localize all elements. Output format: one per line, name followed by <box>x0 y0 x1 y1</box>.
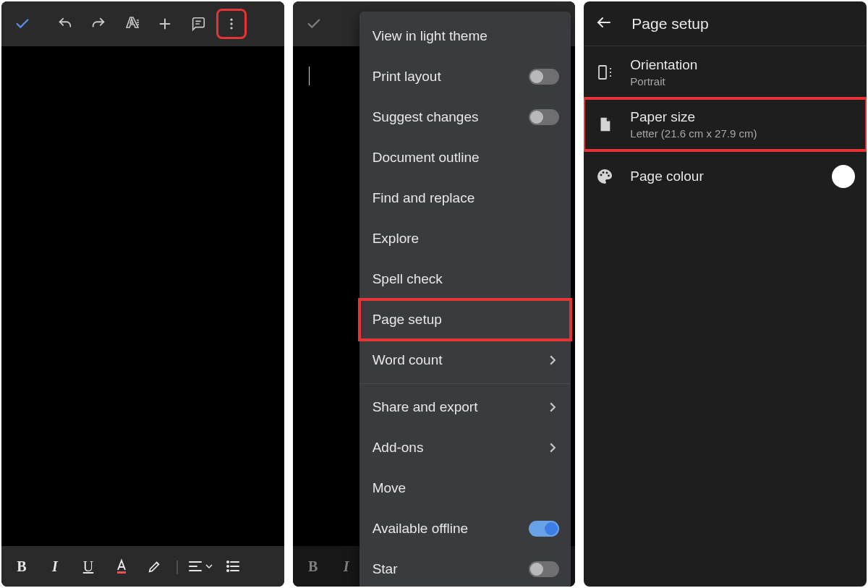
menu-label: Move <box>373 480 560 496</box>
row-page-colour[interactable]: Page colour <box>584 150 867 203</box>
chevron-right-icon <box>546 402 559 412</box>
colour-swatch[interactable] <box>832 165 855 188</box>
chevron-right-icon <box>546 355 559 365</box>
document-area[interactable] <box>1 46 284 546</box>
menu-label: Share and export <box>373 399 547 415</box>
paper-size-value: Letter (21.6 cm x 27.9 cm) <box>630 127 855 140</box>
row-text: Paper size Letter (21.6 cm x 27.9 cm) <box>630 109 855 140</box>
menu-view-light-theme[interactable]: View in light theme <box>359 16 571 56</box>
checkmark-icon[interactable] <box>9 10 36 38</box>
plus-icon[interactable] <box>151 10 179 38</box>
toggle-off[interactable] <box>529 69 559 85</box>
menu-page-setup[interactable]: Page setup <box>359 299 571 340</box>
svg-point-8 <box>230 22 232 25</box>
menu-label: Explore <box>373 231 560 247</box>
menu-label: Print layout <box>373 69 529 85</box>
menu-label: Find and replace <box>373 190 560 206</box>
menu-suggest-changes[interactable]: Suggest changes <box>359 97 571 137</box>
svg-point-7 <box>230 19 232 21</box>
toggle-off[interactable] <box>529 561 559 577</box>
text-color-icon[interactable] <box>107 552 136 581</box>
menu-label: View in light theme <box>373 28 560 44</box>
svg-point-20 <box>227 570 229 571</box>
top-toolbar <box>1 1 284 46</box>
text-cursor <box>309 67 310 85</box>
toggle-off[interactable] <box>529 109 559 125</box>
comment-icon[interactable] <box>184 10 212 38</box>
align-icon[interactable] <box>185 552 214 581</box>
menu-label: Word count <box>373 352 547 368</box>
menu-document-outline[interactable]: Document outline <box>359 137 571 178</box>
format-toolbar: B I U | <box>1 546 284 587</box>
svg-point-29 <box>603 171 605 174</box>
panel-page-setup: Page setup Orientation Portrait Paper si… <box>584 1 867 587</box>
page-colour-label: Page colour <box>630 169 816 184</box>
italic-icon[interactable]: I <box>41 552 69 581</box>
menu-label: Document outline <box>373 150 560 166</box>
italic-icon: I <box>332 552 361 581</box>
menu-add-ons[interactable]: Add-ons <box>359 427 571 468</box>
svg-point-31 <box>608 175 610 177</box>
page-icon <box>595 116 614 132</box>
panel-menu-open: B I U A ✎ | ≡ ≣ View in light theme Prin… <box>293 1 576 587</box>
menu-word-count[interactable]: Word count <box>359 340 571 380</box>
panel-editor: B I U | <box>1 1 284 587</box>
row-text: Page colour <box>630 169 816 184</box>
paper-size-label: Paper size <box>630 109 855 125</box>
svg-point-28 <box>600 174 603 176</box>
menu-move[interactable]: Move <box>359 468 571 508</box>
svg-rect-11 <box>117 571 126 574</box>
page-title: Page setup <box>631 15 708 33</box>
underline-icon[interactable]: U <box>74 552 103 581</box>
menu-explore[interactable]: Explore <box>359 218 571 259</box>
orientation-label: Orientation <box>630 57 855 73</box>
undo-icon[interactable] <box>51 10 79 38</box>
menu-available-offline[interactable]: Available offline <box>359 508 571 549</box>
menu-label: Available offline <box>373 521 529 537</box>
row-orientation[interactable]: Orientation Portrait <box>584 46 867 98</box>
orientation-value: Portrait <box>630 75 855 88</box>
overflow-menu: View in light theme Print layout Suggest… <box>359 12 571 587</box>
menu-label: Spell check <box>373 271 560 287</box>
svg-point-18 <box>227 561 229 563</box>
bold-icon: B <box>299 552 328 581</box>
bold-icon[interactable]: B <box>7 552 36 581</box>
menu-share-export[interactable]: Share and export <box>359 387 571 427</box>
svg-point-30 <box>606 172 608 174</box>
text-format-icon[interactable] <box>118 10 145 38</box>
menu-label: Star <box>373 561 529 577</box>
menu-star[interactable]: Star <box>359 549 571 587</box>
menu-divider <box>359 383 571 384</box>
back-icon[interactable] <box>594 14 614 34</box>
svg-point-19 <box>227 566 229 567</box>
palette-icon <box>595 168 614 185</box>
menu-label: Page setup <box>373 312 560 328</box>
row-paper-size[interactable]: Paper size Letter (21.6 cm x 27.9 cm) <box>584 98 867 150</box>
chevron-right-icon <box>546 443 559 453</box>
redo-icon[interactable] <box>85 10 112 38</box>
highlight-icon[interactable] <box>140 552 169 581</box>
toolbar-divider: | <box>174 552 181 581</box>
svg-point-9 <box>230 27 232 29</box>
row-text: Orientation Portrait <box>630 57 855 88</box>
checkmark-icon[interactable] <box>300 10 328 38</box>
menu-label: Add-ons <box>373 440 547 456</box>
orientation-icon <box>595 64 614 81</box>
menu-find-replace[interactable]: Find and replace <box>359 178 571 218</box>
list-icon[interactable] <box>218 552 247 581</box>
menu-spell-check[interactable]: Spell check <box>359 259 571 299</box>
menu-label: Suggest changes <box>373 109 529 125</box>
page-setup-header: Page setup <box>584 1 867 46</box>
toggle-on[interactable] <box>529 521 559 537</box>
more-icon[interactable] <box>218 10 245 38</box>
menu-print-layout[interactable]: Print layout <box>359 56 571 97</box>
svg-rect-22 <box>599 66 606 79</box>
